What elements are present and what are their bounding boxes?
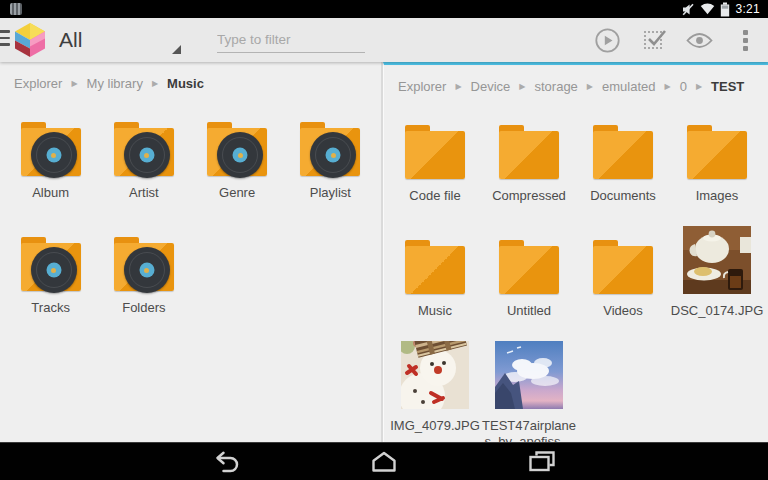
- wifi-icon: [700, 3, 715, 15]
- file-item-icon: [404, 111, 466, 179]
- file-item-icon: [113, 223, 175, 291]
- file-item-icon: [686, 111, 748, 179]
- file-item[interactable]: Documents: [590, 111, 656, 204]
- file-item[interactable]: Videos: [592, 226, 654, 319]
- folder-body: [405, 246, 465, 294]
- filter-input[interactable]: [217, 27, 365, 53]
- select-checkbox-icon: [644, 31, 662, 49]
- spinner-caret-icon: [172, 45, 181, 54]
- file-item[interactable]: DSC_0174.JPG: [671, 226, 764, 319]
- folder-icon: [404, 240, 466, 294]
- breadcrumb: Explorer▶Device▶storage▶emulated▶0▶TEST: [384, 65, 768, 99]
- select-button[interactable]: [630, 18, 676, 62]
- overflow-menu-button[interactable]: [722, 18, 768, 62]
- mute-icon: [681, 3, 695, 16]
- vinyl-record-icon: [31, 247, 77, 293]
- breadcrumb-segment[interactable]: Explorer: [398, 79, 446, 94]
- breadcrumb-segment[interactable]: Music: [167, 76, 204, 91]
- vinyl-record-icon: [217, 132, 263, 178]
- file-item-label: Code file: [409, 188, 460, 204]
- breadcrumb-separator-icon: ▶: [696, 82, 702, 91]
- breadcrumb-segment[interactable]: 0: [680, 79, 687, 94]
- recents-button[interactable]: [512, 443, 572, 480]
- file-item-icon: [401, 341, 469, 409]
- breadcrumb-segment[interactable]: Device: [471, 79, 511, 94]
- collection-selector[interactable]: All: [59, 18, 147, 62]
- photo-thumbnail-tea: [683, 226, 751, 294]
- breadcrumb-separator-icon: ▶: [519, 82, 525, 91]
- breadcrumb-segment[interactable]: storage: [534, 79, 577, 94]
- file-item-label: Music: [418, 303, 452, 319]
- file-item-icon: [113, 108, 175, 176]
- file-item-label: Images: [696, 188, 739, 204]
- breadcrumb-segment[interactable]: Explorer: [14, 76, 62, 91]
- file-item[interactable]: TEST47airplanes_by_apofiss…: [482, 341, 576, 442]
- status-bar: 3:21: [0, 0, 768, 18]
- file-item-label: Tracks: [31, 300, 70, 316]
- notification-icon: [10, 3, 22, 15]
- vinyl-record-icon: [124, 247, 170, 293]
- file-item-label: Folders: [122, 300, 165, 316]
- vinyl-record-icon: [124, 132, 170, 178]
- file-item[interactable]: Genre: [206, 108, 268, 201]
- folder-icon: [686, 125, 748, 179]
- file-item[interactable]: Untitled: [498, 226, 560, 319]
- file-item-label: IMG_4079.JPG: [390, 418, 480, 434]
- file-item-icon: [206, 108, 268, 176]
- file-item[interactable]: IMG_4079.JPG: [390, 341, 480, 434]
- left-pane-library: Explorer▶My library▶Music Album Artist: [0, 62, 383, 442]
- file-item[interactable]: Artist: [113, 108, 175, 201]
- back-icon: [211, 451, 241, 473]
- file-item[interactable]: Compressed: [492, 111, 566, 204]
- file-item-icon: [20, 108, 82, 176]
- file-item[interactable]: Album: [20, 108, 82, 201]
- android-nav-bar: [0, 442, 768, 480]
- file-item[interactable]: Folders: [113, 223, 175, 316]
- folder-body: [593, 131, 653, 179]
- file-item[interactable]: Images: [686, 111, 748, 204]
- view-options-button[interactable]: [676, 18, 722, 62]
- photo-thumbnail-snowman: [401, 341, 469, 409]
- file-item-icon: [20, 223, 82, 291]
- file-item[interactable]: Music: [404, 226, 466, 319]
- file-item-label: Untitled: [507, 303, 551, 319]
- breadcrumb-segment[interactable]: My library: [87, 76, 143, 91]
- breadcrumb-separator-icon: ▶: [665, 82, 671, 91]
- drawer-handle-icon[interactable]: [0, 30, 10, 46]
- file-item-icon: [404, 226, 466, 294]
- breadcrumb-separator-icon: ▶: [152, 79, 158, 88]
- file-item[interactable]: Tracks: [20, 223, 82, 316]
- home-button[interactable]: [354, 443, 414, 480]
- photo-thumbnail-sky: [495, 341, 563, 409]
- file-item-icon: [495, 341, 563, 409]
- file-item-label: Artist: [129, 185, 159, 201]
- folder-body: [687, 131, 747, 179]
- breadcrumb-separator-icon: ▶: [71, 79, 77, 88]
- file-grid: Code file Compressed Documents Images Mu…: [384, 99, 768, 442]
- folder-body: [405, 131, 465, 179]
- app-logo-cube-icon[interactable]: [13, 22, 47, 58]
- play-button[interactable]: [584, 18, 630, 62]
- folder-icon: [498, 240, 560, 294]
- vinyl-record-icon: [31, 132, 77, 178]
- file-item-label: TEST47airplanes_by_apofiss…: [482, 418, 576, 442]
- music-folder-icon: [20, 237, 82, 291]
- file-item-label: Compressed: [492, 188, 566, 204]
- breadcrumb-segment[interactable]: emulated: [602, 79, 655, 94]
- recents-icon: [528, 450, 556, 473]
- file-item-icon: [498, 111, 560, 179]
- music-folder-icon: [299, 122, 361, 176]
- right-pane-storage: Explorer▶Device▶storage▶emulated▶0▶TEST …: [383, 62, 768, 442]
- folder-icon: [592, 125, 654, 179]
- file-item[interactable]: Playlist: [299, 108, 361, 201]
- music-folder-icon: [113, 237, 175, 291]
- visibility-eye-icon: [686, 31, 713, 50]
- back-button[interactable]: [196, 443, 256, 480]
- file-item-icon: [498, 226, 560, 294]
- collection-selector-label: All: [59, 28, 82, 52]
- breadcrumb-separator-icon: ▶: [587, 82, 593, 91]
- play-icon: [594, 27, 621, 54]
- breadcrumb-separator-icon: ▶: [455, 82, 461, 91]
- file-item[interactable]: Code file: [404, 111, 466, 204]
- breadcrumb-segment[interactable]: TEST: [711, 79, 744, 94]
